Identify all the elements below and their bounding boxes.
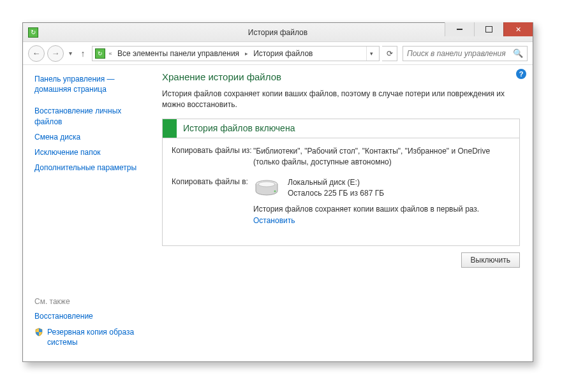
disk-name: Локальный диск (E:) xyxy=(288,177,384,188)
minimize-button[interactable] xyxy=(445,22,474,36)
page-heading: Хранение истории файлов xyxy=(162,71,520,82)
search-box[interactable]: 🔍 xyxy=(403,46,528,61)
status-title: История файлов включена xyxy=(177,123,295,133)
up-button[interactable]: ↑ xyxy=(77,47,89,60)
copy-to-label: Копировать файлы в: xyxy=(172,177,253,227)
search-icon[interactable]: 🔍 xyxy=(513,48,523,58)
status-header: История файлов включена xyxy=(163,119,519,138)
titlebar: История файлов xyxy=(23,23,533,42)
maximize-button[interactable] xyxy=(474,22,503,36)
sidebar-link-advanced[interactable]: Дополнительные параметры xyxy=(34,163,140,173)
sidebar-link-recovery[interactable]: Восстановление xyxy=(34,311,140,321)
sidebar-link-exclude[interactable]: Исключение папок xyxy=(34,147,140,157)
shield-icon xyxy=(34,328,43,337)
sidebar-link-restore[interactable]: Восстановление личных файлов xyxy=(34,106,140,126)
sidebar-link-image-backup[interactable]: Резервная копия образа системы xyxy=(47,327,140,347)
breadcrumb-separator-icon: « xyxy=(108,47,113,61)
navigation-bar: ← → ▾ ↑ « Все элементы панели управления… xyxy=(23,42,533,65)
copy-from-value: "Библиотеки", "Рабочий стол", "Контакты"… xyxy=(253,146,510,168)
sidebar-link-home[interactable]: Панель управления — домашняя страница xyxy=(34,74,140,94)
nav-history-dropdown[interactable]: ▾ xyxy=(66,50,74,57)
forward-button[interactable]: → xyxy=(47,45,64,62)
copy-from-label: Копировать файлы из: xyxy=(172,146,253,168)
see-also-label: См. также xyxy=(34,297,140,306)
controlpanel-icon xyxy=(95,48,105,59)
help-icon[interactable]: ? xyxy=(516,69,526,79)
sidebar-link-change-drive[interactable]: Смена диска xyxy=(34,132,140,142)
sidebar: Панель управления — домашняя страница Во… xyxy=(23,65,148,361)
first-time-text: История файлов сохраняет копии ваших фай… xyxy=(253,204,510,215)
address-bar[interactable]: « Все элементы панели управления ▸ Истор… xyxy=(92,46,380,61)
svg-point-1 xyxy=(258,182,275,187)
refresh-button[interactable]: ⟳ xyxy=(382,46,397,61)
page-description: История файлов сохраняет копии ваших фай… xyxy=(162,89,520,111)
turn-off-button[interactable]: Выключить xyxy=(461,252,520,268)
disk-space: Осталось 225 ГБ из 687 ГБ xyxy=(288,188,384,199)
breadcrumb-all-items[interactable]: Все элементы панели управления xyxy=(115,47,241,61)
window: История файлов ← → ▾ ↑ « Все элементы па… xyxy=(22,22,533,362)
close-button[interactable] xyxy=(503,22,533,36)
status-color-bar xyxy=(163,119,177,138)
file-history-icon xyxy=(28,27,38,38)
svg-point-2 xyxy=(274,190,276,192)
main-content: ? Хранение истории файлов История файлов… xyxy=(148,65,533,361)
chevron-right-icon[interactable]: ▸ xyxy=(244,47,249,61)
back-button[interactable]: ← xyxy=(28,45,45,62)
search-input[interactable] xyxy=(407,49,513,58)
stop-link[interactable]: Остановить xyxy=(253,216,295,225)
status-panel: История файлов включена Копировать файлы… xyxy=(162,119,520,246)
breadcrumb-current[interactable]: История файлов xyxy=(251,47,314,61)
address-dropdown-icon[interactable]: ▾ xyxy=(366,47,376,61)
hard-drive-icon xyxy=(253,178,280,199)
